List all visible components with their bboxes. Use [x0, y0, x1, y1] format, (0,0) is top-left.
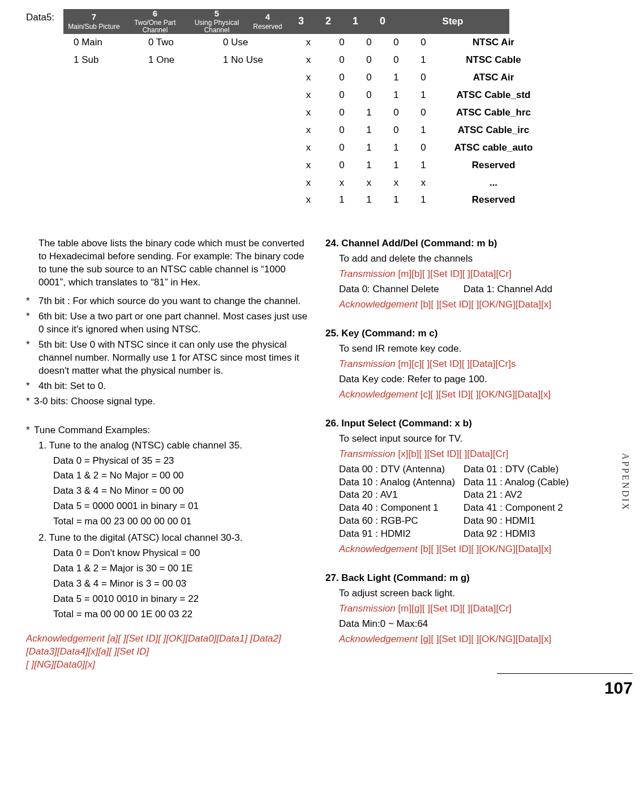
example-line: Data 1 & 2 = Major is 30 = 00 1E [26, 562, 311, 575]
input-data-left: Data 60 : RGB-PC [339, 515, 458, 528]
input-data-left: Data 91 : HDMI2 [339, 528, 458, 541]
cell-bit7 [63, 69, 138, 87]
ack-label: Acknowledgement [339, 299, 418, 310]
th-bit3: 3 [287, 9, 315, 34]
cmd24-data1: Data 1: Channel Add [463, 283, 610, 296]
tune-ack: Acknowledgement [a][ ][Set ID][ ][OK][Da… [26, 632, 311, 672]
cmd24-title: 24. Channel Add/Del (Command: m b) [325, 237, 610, 250]
input-data-right: Data 41 : Component 2 [463, 502, 610, 515]
cell-bit7 [63, 174, 138, 192]
cell-bit5: 0 Use [213, 34, 289, 52]
commands-column: 24. Channel Add/Del (Command: m b) To ad… [325, 237, 610, 671]
cell-bit3: 0 [328, 69, 355, 87]
cell-bit5 [213, 191, 289, 209]
cmd27-ack: [g][ ][Set ID][ ][OK/NG][Data][x] [420, 634, 551, 644]
cell-bit6} [138, 157, 213, 174]
example-line: Data 5 = 0010 0010 in binary = 22 [26, 593, 311, 606]
input-data-right: Data 90 : HDMI1 [463, 515, 610, 528]
ack-label: Acknowledgement [339, 634, 418, 644]
cell-bit0: 0 [410, 104, 437, 122]
cell-bit1: 1 [383, 139, 410, 157]
cell-bit0: 1 [410, 52, 437, 69]
cell-bit2: 1 [355, 139, 383, 157]
cmd26-desc: To select input source for TV. [339, 433, 610, 446]
cell-bit6} [138, 122, 213, 139]
cell-bit3: 0 [328, 139, 355, 157]
example-line: Data 3 & 4 = Minor is 3 = 00 03 [26, 578, 311, 591]
cell-bit1: 1 [383, 157, 410, 174]
cell-step: ATSC Cable_std [437, 87, 550, 104]
cell-bit4: x [289, 69, 328, 87]
cell-bit0: 1 [410, 191, 437, 209]
cell-bit3: 0 [328, 104, 355, 122]
cell-bit2: x [355, 174, 383, 192]
cell-bit5 [213, 122, 289, 139]
cmd24-data0: Data 0: Channel Delete [339, 283, 458, 296]
cell-step: Reserved [437, 191, 550, 209]
cell-bit5 [213, 139, 289, 157]
cell-bit2: 0 [355, 87, 383, 104]
cell-bit5 [213, 87, 289, 104]
cell-bit6} [138, 87, 213, 104]
cell-bit6}: 0 Two [138, 34, 213, 52]
cell-bit5 [213, 104, 289, 122]
cell-bit6} [138, 174, 213, 192]
cell-bit0: 1 [410, 157, 437, 174]
example-line: Total = ma 00 23 00 00 00 00 01 [26, 515, 311, 528]
cell-bit0: 1 [410, 87, 437, 104]
cmd25-ack: [c][ ][Set ID][ ][OK/NG][Data][x] [420, 389, 551, 400]
cmd26-title: 26. Input Select (Command: x b) [325, 417, 610, 430]
transmission-label: Transmission [339, 603, 396, 614]
cmd25-trans: [m][c][ ][Set ID][ ][Data][Cr]s [398, 358, 516, 369]
ack-label: Acknowledgement [339, 544, 418, 554]
cmd27-desc: To adjust screen back light. [339, 587, 610, 600]
cell-bit3: 0 [328, 157, 355, 174]
appendix-tab: APPENDIX [619, 453, 632, 511]
cell-bit2: 1 [355, 104, 383, 122]
cell-step: Reserved [437, 157, 550, 174]
cmd26-trans: [x][b][ ][Set ID][ ][Data][Cr] [398, 448, 509, 459]
cell-bit7: 0 Main [63, 34, 138, 52]
cell-bit1: 0 [383, 34, 410, 52]
cell-bit7: 1 Sub [63, 52, 138, 69]
note-bit5: 5th bit: Use 0 with NTSC since it can on… [26, 339, 311, 378]
cell-bit1: 0 [383, 52, 410, 69]
cell-step: NTSC Cable [437, 52, 550, 69]
cell-bit1: 1 [383, 69, 410, 87]
example2-header: 2. Tune to the digital (ATSC) local chan… [26, 532, 311, 545]
cell-bit2: 1 [355, 191, 383, 209]
example-line: Data 0 = Don't know Physical = 00 [26, 547, 311, 560]
example-line: Data 0 = Physical of 35 = 23 [26, 455, 311, 468]
cell-bit1: 0 [383, 122, 410, 139]
cell-bit2: 0 [355, 52, 383, 69]
cmd26-ack: [b][ ][Set ID][ ][OK/NG][Data][x] [420, 544, 551, 554]
cmd25-title: 25. Key (Command: m c) [325, 327, 610, 340]
transmission-label: Transmission [339, 358, 396, 369]
cell-bit4: x [289, 87, 328, 104]
cell-step: NTSC Air [437, 34, 550, 52]
cell-bit5 [213, 174, 289, 192]
cell-bit0: 0 [410, 34, 437, 52]
th-bit4: 4Reserved [248, 9, 287, 34]
cell-bit4: x [289, 157, 328, 174]
input-data-right: Data 11 : Analog (Cable) [463, 476, 610, 489]
cmd24-desc: To add and delete the channels [339, 253, 610, 266]
cell-bit4: x [289, 122, 328, 139]
tune-examples-header: Tune Command Examples: [26, 424, 311, 437]
cell-bit7 [63, 191, 138, 209]
cmd27-data: Data Min:0 ~ Max:64 [339, 618, 610, 631]
note-bit4: 4th bit: Set to 0. [26, 380, 311, 393]
cell-bit2: 0 [355, 69, 383, 87]
cell-bit3: x [328, 174, 355, 192]
cell-bit1: 0 [383, 104, 410, 122]
data5-label: Data5: [26, 9, 63, 24]
input-data-left: Data 40 : Component 1 [339, 502, 458, 515]
cell-bit5 [213, 157, 289, 174]
th-bit2: 2 [315, 9, 342, 34]
th-bit1: 1 [342, 9, 369, 34]
explanation-column: The table above lists the binary code wh… [26, 237, 311, 671]
cell-bit3: 1 [328, 191, 355, 209]
cell-bit7 [63, 87, 138, 104]
cell-bit7 [63, 122, 138, 139]
note-bit7: 7th bit : For which source do you want t… [26, 295, 311, 308]
